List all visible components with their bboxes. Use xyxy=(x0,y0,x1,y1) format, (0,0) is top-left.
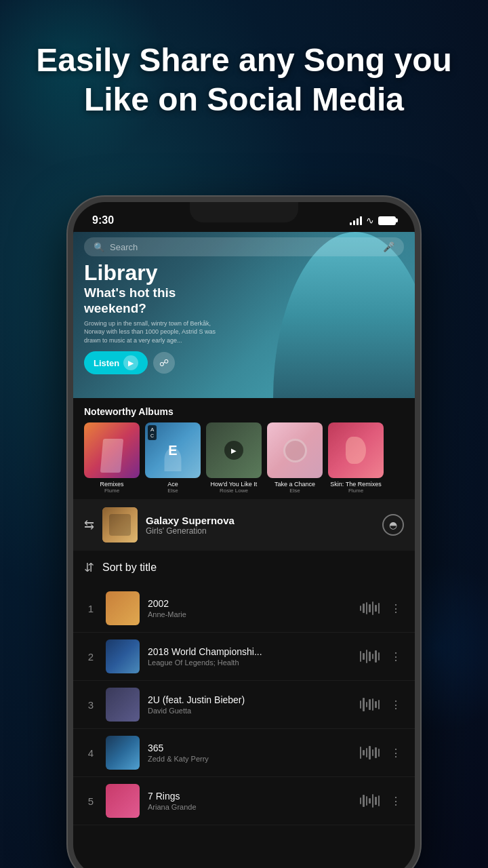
albums-label: Noteworthy Albums xyxy=(73,406,415,422)
track-number-3: 3 xyxy=(84,699,98,711)
signal-bar-1 xyxy=(350,222,352,225)
now-playing-bar[interactable]: ⇆ Galaxy Supernova Girls' Generation ◓ xyxy=(73,499,415,551)
app-header: 🔍 Search 🎤 Library What's hot thisweeken… xyxy=(73,232,415,398)
waveform-4 xyxy=(360,745,380,760)
track-item-1[interactable]: 1 2002 Anne-Marie ⋮ xyxy=(73,585,415,633)
more-button-2[interactable]: ⋮ xyxy=(388,648,404,666)
album-artist-howd: Rosie Lowe xyxy=(206,488,262,494)
more-button-5[interactable]: ⋮ xyxy=(388,792,404,810)
track-cover-1 xyxy=(106,591,140,625)
listen-label: Listen xyxy=(94,358,119,368)
album-artist-ace: Else xyxy=(145,488,201,494)
track-info-3: 2U (feat. Justin Bieber) David Guetta xyxy=(148,694,352,715)
album-cover-chance xyxy=(267,422,323,478)
signal-bar-4 xyxy=(360,216,362,225)
header-actions: Listen ▶ ☍ xyxy=(84,351,404,374)
library-label: Library xyxy=(84,260,404,285)
track-info-1: 2002 Anne-Marie xyxy=(148,598,352,618)
track-item-4[interactable]: 4 365 Zedd & Katy Perry ⋮ xyxy=(73,729,415,777)
album-cover-remixes xyxy=(84,422,140,478)
signal-bar-2 xyxy=(353,220,355,225)
album-item-howd[interactable]: ▶ How'd You Like It Rosie Lowe xyxy=(206,422,262,494)
hero-title: Easily Share any Song you Like on Social… xyxy=(0,41,488,119)
now-playing-cover xyxy=(102,507,138,542)
waveform-1 xyxy=(360,601,380,616)
track-artist-4: Zedd & Katy Perry xyxy=(148,755,352,763)
more-button-1[interactable]: ⋮ xyxy=(388,599,404,618)
track-number-5: 5 xyxy=(84,795,98,807)
track-cover-4 xyxy=(106,736,140,770)
header-library: Library What's hot thisweekend? Growing … xyxy=(73,256,415,374)
album-badge-ace: AC xyxy=(148,425,157,440)
sort-label: Sort by title xyxy=(102,561,157,574)
play-circle-howd: ▶ xyxy=(224,441,243,460)
header-subtitle: What's hot thisweekend? xyxy=(84,285,404,317)
album-name-skin: Skin: The Remixes xyxy=(328,481,384,488)
notch xyxy=(190,202,298,222)
track-title-2: 2018 World Championshi... xyxy=(148,646,352,657)
album-name-chance: Take a Chance xyxy=(267,481,323,488)
track-artist-3: David Guetta xyxy=(148,707,352,715)
album-name-howd: How'd You Like It xyxy=(206,481,262,488)
waveform-2 xyxy=(360,649,380,664)
track-cover-5 xyxy=(106,784,140,818)
track-item-5[interactable]: 5 7 Rings Ariana Grande ⋮ xyxy=(73,777,415,825)
play-overlay-howd: ▶ xyxy=(206,422,262,478)
track-cover-3 xyxy=(106,688,140,722)
waveform-5 xyxy=(360,793,380,808)
album-item-chance[interactable]: Take a Chance Else xyxy=(267,422,323,494)
signal-bar-3 xyxy=(357,218,359,225)
track-info-4: 365 Zedd & Katy Perry xyxy=(148,743,352,763)
waveform-3 xyxy=(360,697,380,712)
signal-icon xyxy=(350,216,362,225)
battery-icon xyxy=(378,216,396,225)
header-description: Growing up in the small, wintry town of … xyxy=(84,319,233,345)
track-cover-2 xyxy=(106,639,140,673)
album-cover-skin xyxy=(328,422,384,478)
track-number-2: 2 xyxy=(84,651,98,663)
play-icon: ▶ xyxy=(123,355,138,370)
album-item-remixes[interactable]: Remixes Flume xyxy=(84,422,140,494)
status-time: 9:30 xyxy=(92,214,114,226)
sort-row[interactable]: ⇵ Sort by title xyxy=(73,551,415,585)
album-item-skin[interactable]: Skin: The Remixes Flume xyxy=(328,422,384,494)
now-playing-title: Galaxy Supernova xyxy=(146,515,374,526)
now-playing-artist: Girls' Generation xyxy=(146,526,374,536)
search-icon: 🔍 xyxy=(94,242,104,252)
more-button-4[interactable]: ⋮ xyxy=(388,744,404,762)
track-title-1: 2002 xyxy=(148,598,352,609)
album-cover-howd: ▶ xyxy=(206,422,262,478)
track-item-3[interactable]: 3 2U (feat. Justin Bieber) David Guetta … xyxy=(73,681,415,729)
album-artist-skin: Flume xyxy=(328,488,384,494)
album-item-ace[interactable]: AC E Ace Else xyxy=(145,422,201,494)
track-title-5: 7 Rings xyxy=(148,791,352,802)
track-list: 1 2002 Anne-Marie ⋮ 2 xyxy=(73,585,415,825)
search-bar[interactable]: 🔍 Search 🎤 xyxy=(84,237,404,256)
more-button-3[interactable]: ⋮ xyxy=(388,696,404,714)
albums-section: Noteworthy Albums Remixes Flume AC E xyxy=(73,398,415,494)
track-title-3: 2U (feat. Justin Bieber) xyxy=(148,694,352,705)
search-placeholder: Search xyxy=(110,242,378,252)
sort-icon: ⇵ xyxy=(84,560,94,575)
track-info-2: 2018 World Championshi... League Of Lege… xyxy=(148,646,352,667)
track-artist-5: Ariana Grande xyxy=(148,803,352,811)
mic-icon: 🎤 xyxy=(383,241,394,252)
track-artist-2: League Of Legends; Health xyxy=(148,658,352,667)
album-cover-ace: AC E xyxy=(145,422,201,478)
track-artist-1: Anne-Marie xyxy=(148,610,352,618)
albums-scroll: Remixes Flume AC E Ace Else ▶ xyxy=(73,422,415,494)
track-number-4: 4 xyxy=(84,747,98,759)
now-playing-info: Galaxy Supernova Girls' Generation xyxy=(146,515,374,536)
listen-button[interactable]: Listen ▶ xyxy=(84,351,148,374)
track-title-4: 365 xyxy=(148,743,352,753)
phone-mockup: 9:30 ∿ 🔍 Search 🎤 xyxy=(68,197,420,868)
track-number-1: 1 xyxy=(84,603,98,614)
album-artist-remixes: Flume xyxy=(84,488,140,494)
album-artist-chance: Else xyxy=(267,488,323,494)
wifi-icon: ∿ xyxy=(366,215,374,226)
album-name-remixes: Remixes xyxy=(84,481,140,488)
track-item-2[interactable]: 2 2018 World Championshi... League Of Le… xyxy=(73,633,415,681)
now-playing-action[interactable]: ◓ xyxy=(382,514,404,536)
phone-screen: 9:30 ∿ 🔍 Search 🎤 xyxy=(73,202,415,868)
save-button[interactable]: ☍ xyxy=(153,352,175,374)
